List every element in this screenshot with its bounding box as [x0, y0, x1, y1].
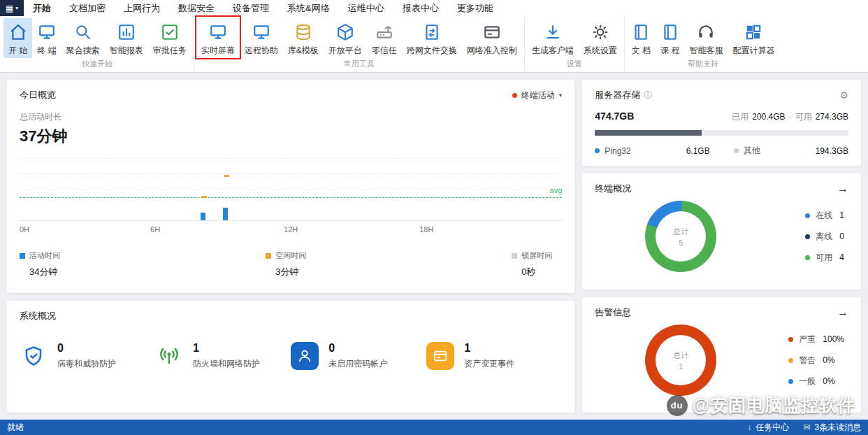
ribbon-item-network-access-control[interactable]: 网络准入控制 — [462, 18, 522, 58]
legend-dot — [805, 234, 810, 239]
menu-tab-internet-behavior[interactable]: 上网行为 — [115, 0, 169, 16]
ribbon-item-generate-client[interactable]: 生成客户端 — [527, 18, 579, 58]
ribbon-item-label: 文 档 — [632, 45, 651, 57]
system-overview-card: 系统概况 0 病毒和威胁防护 1 防火墙和网络防护 — [7, 301, 574, 413]
arrow-right-icon[interactable]: → — [837, 183, 848, 195]
info-icon: ⓘ — [644, 90, 652, 101]
menu-tab-start[interactable]: 开始 — [24, 0, 60, 16]
ribbon-item-config-calculator[interactable]: 配置计算器 — [728, 18, 779, 58]
ribbon-item-open-platform[interactable]: 开放平台 — [324, 18, 367, 58]
realtime-screen-icon — [209, 22, 227, 41]
menu-tab-system-network[interactable]: 系统&网络 — [278, 0, 339, 16]
terminal-activity-filter[interactable]: 终端活动 ▾ — [512, 90, 563, 101]
filter-label: 终端活动 — [521, 90, 555, 101]
card-title: 服务器存储 — [595, 89, 640, 101]
ribbon-group-common-tools: 实时屏幕 远程协助 库&模板 开放平台 零信任 — [194, 16, 525, 72]
ribbon-item-label: 网络准入控制 — [467, 45, 517, 57]
legend-item-locked: 锁屏时间 0秒 — [512, 250, 552, 278]
storage-progress-fill — [595, 130, 701, 136]
card-title: 告警信息 — [595, 306, 631, 319]
access-control-icon — [483, 22, 501, 41]
signal-icon — [155, 342, 183, 370]
ribbon-item-cross-network-file-exchange[interactable]: 跨网文件交换 — [402, 18, 462, 58]
x-tick: 6H — [150, 225, 160, 234]
ribbon-item-docs[interactable]: 文 档 — [627, 18, 656, 58]
menu-tab-doc-encrypt[interactable]: 文档加密 — [60, 0, 115, 16]
menu-tab-ops-center[interactable]: 运维中心 — [339, 0, 393, 16]
menu-tab-device-mgmt[interactable]: 设备管理 — [224, 0, 278, 16]
course-book-icon — [661, 22, 679, 41]
ribbon-item-zero-trust[interactable]: 零信任 — [367, 18, 402, 58]
legend-item-online: 在线1 — [805, 210, 844, 222]
ribbon-item-start[interactable]: 开 始 — [3, 18, 32, 58]
unread-messages-button[interactable]: ✉ 3条未读消息 — [803, 422, 861, 434]
terminal-icon — [38, 22, 56, 41]
ribbon-item-system-settings[interactable]: 系统设置 — [579, 18, 622, 58]
window-menu-button[interactable]: ▦ ▾ — [0, 0, 24, 16]
ribbon-group-label: 常用工具 — [194, 58, 524, 72]
status-bar: 就绪 ↓ 任务中心 ✉ 3条未读消息 — [0, 420, 868, 435]
arrow-right-icon[interactable]: → — [837, 306, 848, 319]
ribbon-item-smart-service[interactable]: 智能客服 — [684, 18, 728, 58]
stat-asset-change-events[interactable]: 1 资产变更事件 — [426, 342, 562, 370]
gear-icon — [591, 22, 609, 41]
legend-dot — [734, 148, 739, 153]
storage-used-free: 已用200.4GB · 可用274.3GB — [732, 111, 848, 123]
stat-firewall-protection[interactable]: 1 防火墙和网络防护 — [155, 342, 291, 370]
cube-icon — [336, 22, 354, 41]
storage-total: 474.7GB — [595, 110, 634, 122]
ribbon-item-terminal[interactable]: 终 端 — [32, 18, 61, 58]
terminal-legend: 在线1 离线0 可用4 — [805, 210, 844, 264]
dashboard-content: 今日概览 终端活动 ▾ 总活动时长 37分钟 avg 0H — [0, 73, 868, 420]
legend-item-general: 一般0% — [788, 376, 844, 387]
ribbon-toolbar: 开 始 终 端 聚合搜索 智能报表 审批任务 — [0, 16, 868, 73]
terminal-donut-chart: 总计 5 — [645, 201, 716, 272]
ribbon-item-courses[interactable]: 课 程 — [656, 18, 684, 58]
avg-line — [20, 197, 562, 198]
ribbon-item-smart-report[interactable]: 智能报表 — [105, 18, 148, 58]
x-tick: 12H — [284, 225, 298, 234]
ribbon-item-aggregate-search[interactable]: 聚合搜索 — [62, 18, 105, 58]
ribbon-item-remote-assist[interactable]: 远程协助 — [240, 18, 283, 58]
activity-legend: 活动时间 34分钟 空闲时间 3分钟 锁屏时间 0秒 — [20, 250, 562, 278]
total-activity-label: 总活动时长 — [20, 111, 562, 123]
x-tick: 0H — [20, 225, 29, 234]
activity-bar — [201, 213, 205, 220]
menu-tab-data-security[interactable]: 数据安全 — [169, 0, 224, 16]
caret-down-icon: ▾ — [559, 92, 563, 99]
ribbon-item-label: 生成客户端 — [532, 45, 574, 57]
card-title: 系统概况 — [20, 310, 56, 322]
legend-swatch — [20, 253, 25, 259]
legend-item-other: 其他 194.3GB — [734, 145, 848, 157]
alert-donut-chart: 总计 1 — [645, 325, 716, 396]
gridline — [20, 190, 562, 190]
menu-tab-report-center[interactable]: 报表中心 — [393, 0, 448, 16]
ribbon-item-label: 配置计算器 — [732, 45, 774, 57]
ribbon-group-label: 设置 — [525, 58, 624, 72]
router-icon — [375, 22, 393, 41]
storage-settings-gear-icon[interactable]: ⚙ — [839, 90, 848, 101]
home-icon — [9, 22, 27, 41]
card-title: 今日概览 — [20, 89, 56, 101]
alert-legend: 严重100% 警告0% 一般0% — [788, 334, 844, 387]
activity-bar — [223, 208, 228, 220]
stat-virus-protection[interactable]: 0 病毒和威胁防护 — [20, 342, 155, 370]
ribbon-item-label: 审批任务 — [153, 45, 187, 57]
task-center-button[interactable]: ↓ 任务中心 — [747, 422, 789, 434]
idle-tick — [202, 196, 207, 198]
ribbon-item-approval-tasks[interactable]: 审批任务 — [148, 18, 191, 58]
legend-dot — [805, 255, 810, 260]
asset-card-icon — [426, 342, 454, 370]
legend-item-idle: 空闲时间 3分钟 — [266, 250, 306, 278]
storage-legend: Ping32 6.1GB 其他 194.3GB — [595, 145, 848, 157]
card-title: 终端概况 — [595, 183, 631, 195]
stat-no-password-accounts[interactable]: 0 未启用密码帐户 — [291, 342, 426, 370]
ribbon-item-library-templates[interactable]: 库&模板 — [283, 18, 324, 58]
document-icon — [632, 22, 650, 41]
legend-dot — [805, 213, 810, 218]
menu-tab-more[interactable]: 更多功能 — [448, 0, 502, 16]
ribbon-item-label: 智能客服 — [689, 45, 723, 57]
gridline — [20, 173, 562, 174]
ribbon-item-realtime-screen[interactable]: 实时屏幕 — [196, 18, 240, 58]
headset-icon — [697, 22, 715, 41]
